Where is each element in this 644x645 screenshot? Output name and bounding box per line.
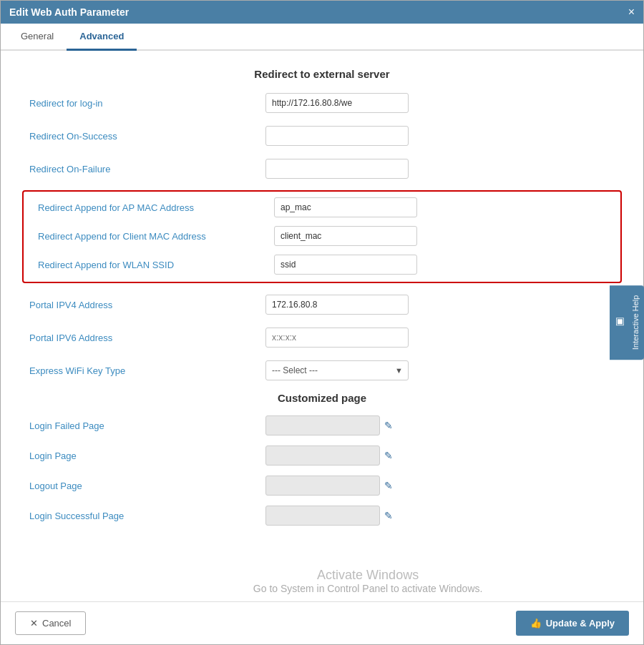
redirect-client-mac-input[interactable] [274, 226, 417, 246]
update-apply-button[interactable]: 👍 Update & Apply [516, 611, 629, 636]
logout-page-input[interactable] [265, 476, 380, 496]
footer: ✕ Cancel 👍 Update & Apply [1, 601, 643, 644]
login-success-label: Login Successful Page [22, 511, 265, 521]
cancel-x-icon: ✕ [30, 618, 38, 629]
tab-bar: General Advanced [1, 24, 643, 51]
redirect-wlan-ssid-row: Redirect Append for WLAN SSID [31, 253, 613, 276]
redirect-login-input[interactable] [265, 93, 409, 113]
redirect-failure-input[interactable] [265, 159, 409, 179]
portal-ipv4-input[interactable] [265, 295, 409, 315]
edit-web-auth-dialog: Edit Web Auth Parameter × General Advanc… [0, 0, 644, 645]
login-page-input[interactable] [265, 445, 380, 466]
login-success-row: Login Successful Page ✎ [22, 506, 622, 526]
redirect-append-box: Redirect Append for AP MAC Address Redir… [22, 190, 622, 283]
tab-general[interactable]: General [8, 24, 67, 51]
logout-page-label: Logout Page [22, 481, 265, 491]
content-area: Redirect to external server Redirect for… [1, 51, 643, 601]
redirect-success-row: Redirect On-Success [22, 124, 622, 147]
cancel-label: Cancel [42, 618, 71, 629]
express-wifi-label: Express WiFi Key Type [22, 365, 265, 376]
edit-icon-4[interactable]: ✎ [384, 510, 393, 521]
login-success-input-wrapper: ✎ [265, 506, 393, 526]
login-failed-input[interactable] [265, 415, 380, 435]
login-failed-label: Login Failed Page [22, 420, 265, 431]
redirect-ap-mac-row: Redirect Append for AP MAC Address [31, 196, 613, 219]
express-wifi-select-wrapper: --- Select --- ▼ [265, 360, 409, 380]
customized-section-title: Customized page [22, 392, 622, 404]
login-failed-row: Login Failed Page ✎ [22, 415, 622, 435]
login-page-label: Login Page [22, 450, 265, 461]
portal-ipv6-row: Portal IPV6 Address [22, 326, 622, 349]
redirect-success-input[interactable] [265, 126, 409, 146]
redirect-wlan-ssid-input[interactable] [274, 255, 417, 275]
express-wifi-select[interactable]: --- Select --- [265, 360, 409, 380]
redirect-login-row: Redirect for log-in [22, 92, 622, 114]
logout-page-row: Logout Page ✎ [22, 476, 622, 496]
logout-page-input-wrapper: ✎ [265, 476, 393, 496]
portal-ipv4-row: Portal IPV4 Address [22, 293, 622, 316]
redirect-wlan-ssid-label: Redirect Append for WLAN SSID [31, 260, 274, 270]
redirect-client-mac-row: Redirect Append for Client MAC Address [31, 225, 613, 247]
interactive-help-label: Interactive Help [631, 295, 640, 350]
update-label: Update & Apply [546, 618, 615, 629]
dialog-title: Edit Web Auth Parameter [9, 6, 129, 18]
redirect-client-mac-label: Redirect Append for Client MAC Address [31, 231, 274, 242]
thumb-icon: 👍 [530, 618, 542, 629]
close-button[interactable]: × [628, 6, 635, 18]
redirect-success-label: Redirect On-Success [22, 131, 265, 142]
redirect-login-label: Redirect for log-in [22, 98, 265, 109]
dialog-titlebar: Edit Web Auth Parameter × [1, 1, 643, 24]
redirect-section-title: Redirect to external server [22, 68, 622, 80]
edit-icon[interactable]: ✎ [384, 420, 393, 431]
portal-ipv6-input[interactable] [265, 328, 409, 348]
redirect-failure-row: Redirect On-Failure [22, 157, 622, 180]
tab-advanced[interactable]: Advanced [67, 24, 137, 51]
portal-ipv6-label: Portal IPV6 Address [22, 333, 265, 343]
portal-ipv4-label: Portal IPV4 Address [22, 300, 265, 310]
express-wifi-row: Express WiFi Key Type --- Select --- ▼ [22, 359, 622, 382]
login-failed-input-wrapper: ✎ [265, 415, 393, 435]
cancel-button[interactable]: ✕ Cancel [15, 611, 86, 635]
interactive-help-tab[interactable]: ▣ Interactive Help [610, 285, 644, 360]
login-page-row: Login Page ✎ [22, 445, 622, 466]
redirect-failure-label: Redirect On-Failure [22, 164, 265, 174]
monitor-icon: ▣ [614, 317, 625, 328]
redirect-ap-mac-label: Redirect Append for AP MAC Address [31, 202, 274, 213]
edit-icon-3[interactable]: ✎ [384, 480, 393, 491]
redirect-ap-mac-input[interactable] [274, 197, 417, 217]
login-page-input-wrapper: ✎ [265, 445, 393, 466]
login-success-input[interactable] [265, 506, 380, 526]
edit-icon-2[interactable]: ✎ [384, 450, 393, 461]
